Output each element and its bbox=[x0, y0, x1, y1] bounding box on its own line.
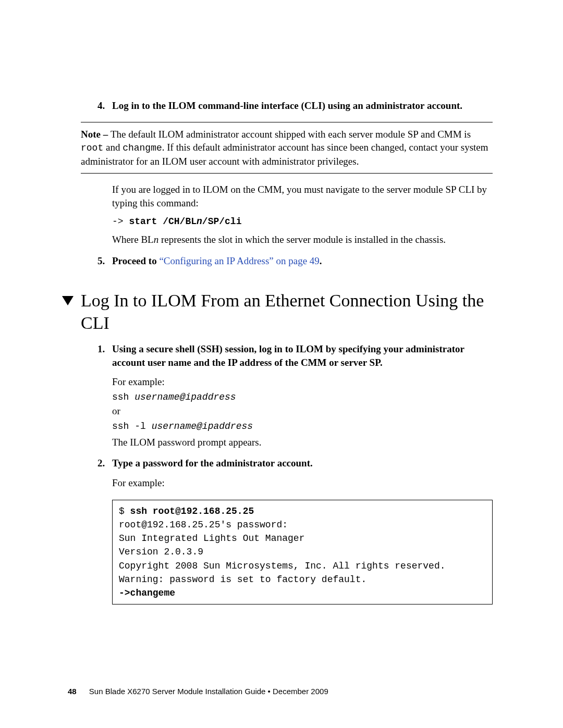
for-example-2: For example: bbox=[112, 476, 493, 490]
note-t2: and bbox=[103, 142, 123, 153]
cmd-prefix: -> bbox=[112, 216, 129, 227]
step-2: 2. Type a password for the administrator… bbox=[112, 456, 493, 470]
ssh-l-arg: username@ipaddress bbox=[152, 421, 253, 431]
post-note-paragraph: If you are logged in to ILOM on the CMM,… bbox=[112, 183, 493, 209]
step5-prefix: Proceed to bbox=[112, 255, 159, 266]
command-line: -> start /CH/BLn/SP/cli bbox=[112, 215, 493, 228]
cb-l5: Copyright 2008 Sun Microsystems, Inc. Al… bbox=[119, 561, 446, 571]
cb-l4: Version 2.0.3.9 bbox=[119, 547, 203, 557]
cmd-bold1: start /CH/BL bbox=[129, 216, 197, 227]
page-content: 4. Log in to the ILOM command-line inter… bbox=[112, 99, 493, 604]
step-5: 5. Proceed to “Configuring an IP Address… bbox=[112, 254, 493, 268]
terminal-output-box: $ ssh root@192.168.25.25 root@192.168.25… bbox=[112, 500, 493, 604]
or-text: or bbox=[112, 404, 493, 418]
step-text: Using a secure shell (SSH) session, log … bbox=[112, 343, 464, 368]
note-label: Note – bbox=[81, 129, 111, 140]
cb-l7: ->changeme bbox=[119, 588, 175, 598]
note-rule-bottom bbox=[81, 173, 493, 174]
ssh: ssh bbox=[112, 392, 134, 402]
for-example-1: For example: bbox=[112, 375, 493, 389]
p2a: Where BL bbox=[112, 234, 154, 245]
cb-l6: Warning: password is set to factory defa… bbox=[119, 574, 366, 585]
step-text: Type a password for the administrator ac… bbox=[112, 458, 313, 468]
heading-text: Log In to ILOM From an Ethernet Connecti… bbox=[81, 291, 484, 332]
note-text: Note – The default ILOM administrator ac… bbox=[81, 128, 493, 168]
cb-l1b: ssh root@192.168.25.25 bbox=[130, 506, 254, 516]
ssh-command-1: ssh username@ipaddress bbox=[112, 390, 493, 403]
note-rule-top bbox=[81, 122, 493, 122]
document-page: 4. Log in to the ILOM command-line inter… bbox=[0, 0, 563, 728]
ssh-l: ssh -l bbox=[112, 421, 152, 431]
note-block: Note – The default ILOM administrator ac… bbox=[81, 128, 493, 168]
step-number: 4. bbox=[97, 99, 105, 113]
p2c: represents the slot in which the server … bbox=[158, 234, 446, 245]
step-number: 5. bbox=[97, 254, 105, 268]
note-code2: changme bbox=[123, 143, 162, 153]
cmd-n: n bbox=[197, 216, 202, 227]
note-code1: root bbox=[81, 143, 103, 153]
step5-suffix: . bbox=[320, 255, 322, 266]
footer-text: Sun Blade X6270 Server Module Installati… bbox=[89, 687, 328, 696]
step-4: 4. Log in to the ILOM command-line inter… bbox=[112, 99, 493, 113]
note-t1: The default ILOM administrator account s… bbox=[111, 129, 471, 140]
step-number: 1. bbox=[97, 342, 105, 356]
cb-l1a: $ bbox=[119, 506, 130, 516]
cb-l2: root@192.168.25.25's password: bbox=[119, 520, 288, 530]
ssh-command-2: ssh -l username@ipaddress bbox=[112, 419, 493, 433]
page-footer: 48 Sun Blade X6270 Server Module Install… bbox=[68, 686, 493, 697]
cross-reference-link[interactable]: “Configuring an IP Address” on page 49 bbox=[159, 255, 319, 266]
page-number: 48 bbox=[68, 687, 77, 696]
p2b: n bbox=[154, 234, 159, 245]
slot-explanation: Where BLn represents the slot in which t… bbox=[112, 233, 493, 246]
cmd-bold2: /SP/cli bbox=[202, 216, 242, 227]
step-text: Log in to the ILOM command-line interfac… bbox=[112, 100, 462, 111]
triangle-icon bbox=[62, 296, 74, 305]
password-prompt-text: The ILOM password prompt appears. bbox=[112, 436, 493, 449]
section-heading: Log In to ILOM From an Ethernet Connecti… bbox=[81, 290, 493, 334]
step-1: 1. Using a secure shell (SSH) session, l… bbox=[112, 342, 493, 369]
step-number: 2. bbox=[97, 456, 105, 470]
cb-l3: Sun Integrated Lights Out Manager bbox=[119, 533, 304, 544]
ssh-arg: username@ipaddress bbox=[134, 392, 236, 402]
